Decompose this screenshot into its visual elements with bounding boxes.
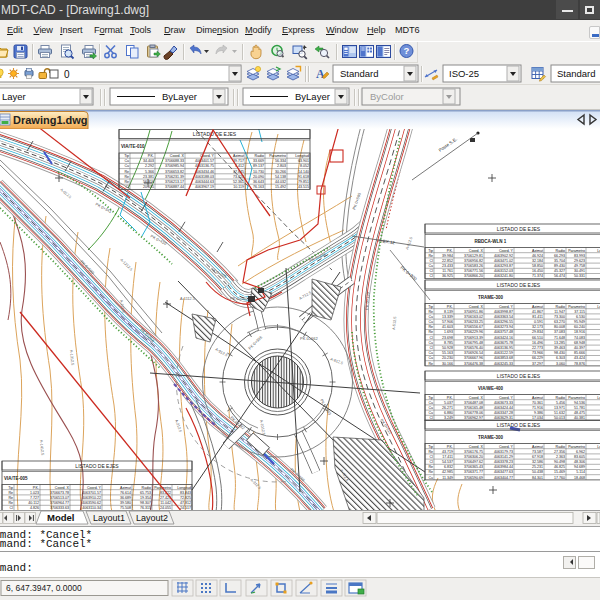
svg-text:49.758: 49.758 <box>574 264 585 268</box>
svg-text:79.851: 79.851 <box>298 180 309 184</box>
svg-text:20.090: 20.090 <box>253 175 264 179</box>
svg-text:3706866.20: 3706866.20 <box>464 274 483 278</box>
svg-text:13.971: 13.971 <box>554 406 565 410</box>
svg-text:Cl: Cl <box>430 259 434 263</box>
svg-text:P.K.: P.K. <box>447 445 453 449</box>
svg-text:73.587: 73.587 <box>532 450 543 454</box>
svg-text:58.850: 58.850 <box>532 264 543 268</box>
svg-text:41.867: 41.867 <box>532 310 543 314</box>
svg-text:TRAME-300: TRAME-300 <box>478 295 504 300</box>
svg-text:Cu: Cu <box>428 406 433 410</box>
svg-text:66.229: 66.229 <box>532 356 543 360</box>
svg-text:3706229.96: 3706229.96 <box>464 330 483 334</box>
svg-text:Azimut: Azimut <box>120 486 131 490</box>
svg-text:Cu: Cu <box>428 356 433 360</box>
svg-text:32.586: 32.586 <box>532 460 543 464</box>
svg-text:5.366: 5.366 <box>145 170 154 174</box>
svg-text:3706688.33: 3706688.33 <box>165 159 184 163</box>
svg-text:3706653.82: 3706653.82 <box>165 170 184 174</box>
svg-text:18.468: 18.468 <box>574 476 585 480</box>
svg-text:34.403: 34.403 <box>143 159 154 163</box>
svg-text:Standard: Standard <box>340 68 379 79</box>
svg-text:Coord. Y: Coord. Y <box>499 249 514 253</box>
svg-text:Layout1: Layout1 <box>93 513 125 523</box>
svg-text:66.293: 66.293 <box>554 254 565 258</box>
svg-text:1.693: 1.693 <box>444 330 453 334</box>
svg-text:PK 0+160: PK 0+160 <box>230 296 248 301</box>
svg-text:Cu: Cu <box>428 320 433 324</box>
svg-text:8.785: 8.785 <box>444 341 453 345</box>
svg-text:RBDCA-WLN 1: RBDCA-WLN 1 <box>475 239 507 244</box>
svg-text:51.632: 51.632 <box>554 411 565 415</box>
svg-text:37.083: 37.083 <box>554 330 565 334</box>
svg-text:3706487.08: 3706487.08 <box>464 401 483 405</box>
svg-text:55.163: 55.163 <box>442 351 453 355</box>
svg-text:27.356: 27.356 <box>554 450 565 454</box>
svg-text:11.349: 11.349 <box>442 476 453 480</box>
svg-text:Re: Re <box>428 362 433 366</box>
svg-text:Model: Model <box>47 512 74 523</box>
svg-text:4063471.02: 4063471.02 <box>494 259 513 263</box>
svg-text:11.947: 11.947 <box>554 310 565 314</box>
svg-text:Azimut: Azimut <box>233 154 244 158</box>
svg-text:43.515: 43.515 <box>298 185 309 189</box>
svg-text:Azimut: Azimut <box>532 305 543 309</box>
svg-text:3706956.82: 3706956.82 <box>464 259 483 263</box>
svg-text:Tip: Tip <box>124 154 129 158</box>
svg-text:Coord. X: Coord. X <box>170 154 185 158</box>
svg-text:73.966: 73.966 <box>532 351 543 355</box>
svg-text:63.901: 63.901 <box>298 159 309 163</box>
svg-text:65.753: 65.753 <box>140 491 151 495</box>
svg-text:ISO-25: ISO-25 <box>449 68 479 79</box>
svg-text:7.727: 7.727 <box>30 496 39 500</box>
svg-text:3706165.48: 3706165.48 <box>464 406 483 410</box>
svg-text:16.450: 16.450 <box>532 269 543 273</box>
svg-text:6.303: 6.303 <box>556 356 565 360</box>
svg-text:3706371.77: 3706371.77 <box>464 470 483 474</box>
svg-text:85.666: 85.666 <box>574 351 585 355</box>
svg-text:71.648: 71.648 <box>554 336 565 340</box>
svg-text:37.115: 37.115 <box>574 310 585 314</box>
svg-text:4063404.77: 4063404.77 <box>494 476 513 480</box>
svg-text:98.430: 98.430 <box>554 351 565 355</box>
svg-text:4063853.68: 4063853.68 <box>494 356 513 360</box>
svg-text:2.292: 2.292 <box>145 164 154 168</box>
svg-text:P.K.: P.K. <box>447 249 453 253</box>
svg-text:Parametro: Parametro <box>269 154 286 158</box>
svg-text:78.876: 78.876 <box>574 362 585 366</box>
svg-text:4063347.28: 4063347.28 <box>494 411 513 415</box>
svg-text:76.163: 76.163 <box>253 185 264 189</box>
svg-text:A: A <box>316 67 325 81</box>
svg-text:15.469: 15.469 <box>554 470 565 474</box>
svg-text:26.271: 26.271 <box>442 406 453 410</box>
svg-text:Re: Re <box>8 491 13 495</box>
svg-text:43.424: 43.424 <box>574 356 585 360</box>
svg-text:4063444.63: 4063444.63 <box>195 180 214 184</box>
svg-text:3706176.75: 3706176.75 <box>464 450 483 454</box>
svg-text:3706667.96: 3706667.96 <box>464 356 483 360</box>
svg-text:3706231.39: 3706231.39 <box>165 175 184 179</box>
svg-text:4063141.29: 4063141.29 <box>494 455 513 459</box>
svg-text:42.985: 42.985 <box>442 470 453 474</box>
svg-text:P.K.: P.K. <box>148 154 154 158</box>
svg-text:91.618: 91.618 <box>298 175 309 179</box>
svg-text:83.605: 83.605 <box>574 455 585 459</box>
svg-text:57.906: 57.906 <box>442 320 453 324</box>
svg-text:3706913.39: 3706913.39 <box>464 336 483 340</box>
svg-text:Radio: Radio <box>255 154 264 158</box>
svg-text:P.K.: P.K. <box>447 305 453 309</box>
svg-text:4063902.92: 4063902.92 <box>494 254 513 258</box>
svg-text:60.240: 60.240 <box>574 325 585 329</box>
svg-text:VIA/WE-400: VIA/WE-400 <box>478 386 504 391</box>
svg-text:3706497.62: 3706497.62 <box>464 460 483 464</box>
svg-text:Azimut: Azimut <box>532 445 543 449</box>
svg-text:20.035: 20.035 <box>143 185 154 189</box>
svg-text:46.924: 46.924 <box>532 254 543 258</box>
svg-text:4063477.63: 4063477.63 <box>494 470 513 474</box>
svg-text:3706590.69: 3706590.69 <box>464 476 483 480</box>
svg-text:80.008: 80.008 <box>554 325 565 329</box>
svg-text:74.083: 74.083 <box>574 336 585 340</box>
svg-text:3706926.54: 3706926.54 <box>464 351 483 355</box>
svg-text:Re: Re <box>428 310 433 314</box>
svg-text:17.760: 17.760 <box>554 476 565 480</box>
